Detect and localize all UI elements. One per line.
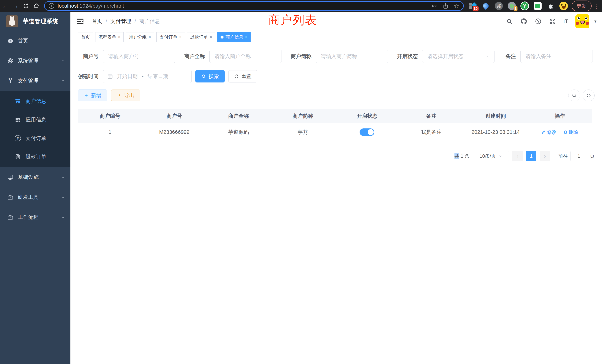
cell-full-name: 芋道源码: [206, 129, 271, 136]
prev-page-button[interactable]: ‹: [512, 151, 523, 161]
shop-icon: [14, 98, 21, 105]
browser-back-button[interactable]: ←: [0, 1, 10, 11]
status-label: 开启状态: [397, 53, 422, 60]
sidebar-item-label: 商户信息: [26, 98, 46, 105]
tab-user-group[interactable]: 用户分组×: [126, 32, 154, 42]
close-icon[interactable]: ×: [245, 35, 247, 40]
share-icon[interactable]: [442, 3, 449, 9]
page-size-select[interactable]: 10条/页: [473, 151, 509, 161]
goto-page-input[interactable]: [570, 151, 587, 161]
search-icon[interactable]: [506, 18, 513, 25]
sidebar-item-label: 应用信息: [26, 116, 46, 123]
short-name-input[interactable]: [316, 50, 388, 63]
cell-merchant-no: M233666999: [142, 129, 206, 135]
tab-merchant-info[interactable]: 商户信息×: [217, 32, 251, 42]
col-merchant-no: 商户号: [142, 113, 206, 119]
filter-row-1: 商户号 商户全称 商户简称 开启状态 请选择开启状态 备注: [78, 50, 595, 63]
sidebar-item-infra[interactable]: 基础设施: [0, 167, 70, 187]
pencil-icon: [541, 130, 546, 134]
sidebar-item-pay-order[interactable]: ¥ 支付订单: [0, 129, 70, 148]
breadcrumb-home[interactable]: 首页: [92, 18, 102, 25]
sidebar-collapse-button[interactable]: [76, 17, 85, 26]
edit-link[interactable]: 修改: [541, 129, 557, 136]
next-page-button[interactable]: ›: [540, 151, 550, 161]
profile-avatar-icon[interactable]: [559, 2, 568, 10]
tab-refund-order[interactable]: 退款订单×: [187, 32, 215, 42]
sidebar-menu: 首页 系统管理 ¥ 支付管理 商户信息: [0, 31, 70, 227]
export-button[interactable]: 导出: [111, 89, 140, 101]
url-bar[interactable]: i localhost:1024/pay/merchant ☆: [44, 1, 464, 11]
home-icon: [33, 3, 40, 9]
merchant-no-input[interactable]: [103, 50, 175, 63]
grid-icon: [14, 116, 21, 123]
remark-input[interactable]: [520, 50, 593, 63]
search-icon: [201, 74, 206, 79]
browser-forward-button[interactable]: →: [10, 1, 21, 11]
fullscreen-icon[interactable]: [549, 18, 556, 25]
bookmark-star-icon[interactable]: ☆: [453, 2, 459, 10]
plus-icon: ＋: [84, 92, 89, 99]
extension-badge: 10: [473, 6, 479, 11]
sidebar-item-payment[interactable]: ¥ 支付管理: [0, 71, 70, 91]
date-range-picker[interactable]: 开始日期 - 结束日期: [103, 70, 192, 83]
session-extension-icon[interactable]: 1: [507, 2, 516, 10]
page-info-icon[interactable]: i: [49, 3, 54, 9]
sidebar-item-refund-order[interactable]: 退款订单: [0, 148, 70, 166]
breadcrumb-section[interactable]: 支付管理: [110, 18, 131, 25]
tab-home[interactable]: 首页: [78, 32, 93, 42]
tab-pay-order[interactable]: 支付订单×: [156, 32, 185, 42]
sidebar-item-label: 退款订单: [26, 153, 46, 160]
close-icon[interactable]: ×: [179, 35, 182, 40]
extensions-puzzle-icon[interactable]: [546, 2, 555, 10]
user-avatar[interactable]: [575, 14, 589, 28]
close-icon[interactable]: ×: [149, 35, 151, 40]
cell-actions: 修改 删除: [528, 129, 592, 136]
extension-badge: 1: [514, 6, 517, 11]
add-button[interactable]: ＋ 新增: [78, 89, 107, 101]
sidebar-item-label: 支付管理: [18, 77, 39, 84]
app-logo[interactable]: 芋道管理系统: [0, 12, 70, 31]
full-name-label: 商户全称: [184, 53, 209, 60]
close-icon[interactable]: ×: [118, 35, 120, 40]
help-icon[interactable]: [535, 18, 542, 25]
download-icon: [117, 93, 122, 98]
command-extension-icon[interactable]: ⌘: [494, 2, 503, 10]
refresh-table-button[interactable]: [583, 89, 595, 101]
search-button[interactable]: 搜索: [195, 70, 225, 83]
status-select[interactable]: 请选择开启状态: [422, 50, 494, 63]
sidebar-item-dev-tools[interactable]: 研发工具: [0, 187, 70, 207]
github-icon[interactable]: [520, 18, 527, 25]
date-end-placeholder: 结束日期: [148, 73, 168, 80]
sidebar-item-label: 首页: [18, 37, 28, 44]
browser-reload-button[interactable]: [21, 1, 31, 11]
font-size-icon[interactable]: tT: [563, 18, 568, 24]
browser-update-button[interactable]: 更新: [572, 0, 592, 11]
top-navbar: 首页 / 支付管理 / 商户信息 tT ▾: [70, 12, 602, 31]
browser-menu-icon[interactable]: ⋮: [593, 2, 599, 10]
briefcase-icon: [7, 194, 14, 201]
refresh-icon: [586, 93, 591, 98]
page-number-1[interactable]: 1: [526, 151, 536, 161]
avatar-dropdown-caret-icon[interactable]: ▾: [594, 19, 596, 24]
refresh-icon: [234, 74, 239, 79]
sidebar-item-home[interactable]: 首页: [0, 31, 70, 51]
side-panel-extension-icon[interactable]: 10: [469, 2, 477, 10]
delete-link[interactable]: 删除: [563, 129, 579, 136]
browser-home-button[interactable]: [31, 1, 42, 11]
sidebar-item-system[interactable]: 系统管理: [0, 51, 70, 71]
tab-process-form[interactable]: 流程表单×: [95, 32, 124, 42]
reset-button[interactable]: 重置: [228, 70, 257, 83]
dashboard-icon: [7, 37, 14, 44]
pin-extension-icon[interactable]: [482, 2, 490, 10]
full-name-input[interactable]: [209, 50, 282, 63]
password-key-icon[interactable]: [431, 3, 438, 9]
sidebar-item-merchant-info[interactable]: 商户信息: [0, 92, 70, 110]
sidebar-item-app-info[interactable]: 应用信息: [0, 110, 70, 129]
yuque-extension-icon[interactable]: Y: [520, 2, 529, 10]
chat-extension-icon[interactable]: [533, 2, 542, 10]
status-toggle[interactable]: [360, 128, 374, 136]
show-search-button[interactable]: [568, 89, 580, 101]
close-icon[interactable]: ×: [210, 35, 212, 40]
sidebar-item-workflow[interactable]: 工作流程: [0, 207, 70, 227]
table-header-row: 商户编号 商户号 商户全称 商户简称 开启状态 备注 创建时间 操作: [78, 109, 592, 123]
